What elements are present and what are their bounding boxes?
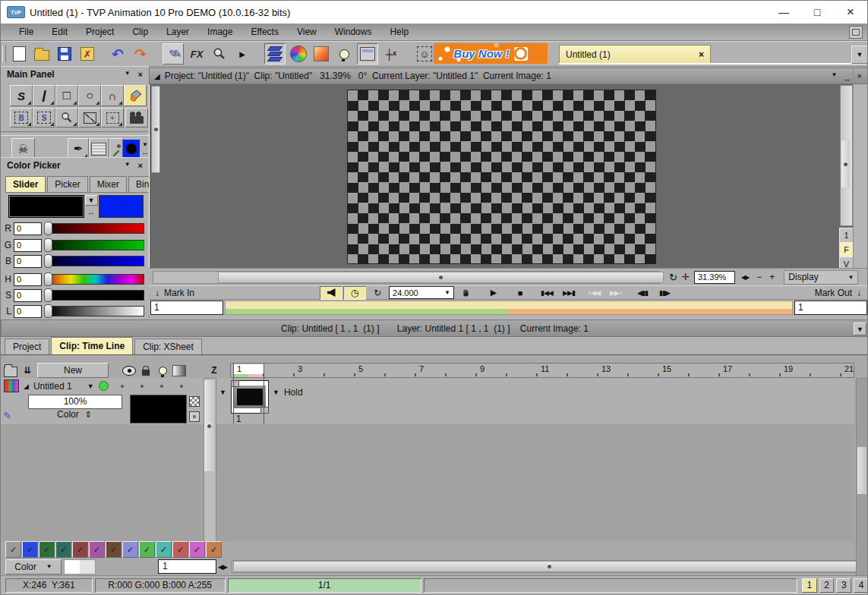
main-panel-header[interactable]: Main Panel ▼ × (1, 66, 149, 82)
toolbar-grip[interactable] (2, 46, 6, 62)
color-dropdown-icon[interactable]: ▼ (142, 141, 148, 148)
menu-windows[interactable]: Windows (326, 25, 381, 39)
zoom-fit-icon[interactable]: ◀▶ (741, 274, 749, 281)
coordinates-button[interactable]: ┼ˣ (381, 44, 401, 64)
slider-handle[interactable] (44, 222, 52, 235)
slider-value-input[interactable]: 0 (14, 305, 42, 318)
layer-color-swatch[interactable]: ✓ (206, 541, 222, 558)
transparent-canvas[interactable] (347, 90, 656, 264)
toggle-density-button[interactable] (172, 364, 186, 376)
tab-project[interactable]: Project (5, 338, 49, 354)
mark-in-label[interactable]: Mark In (164, 288, 194, 298)
play-button[interactable]: ▶ (483, 287, 504, 299)
toggle-visibility-button[interactable] (122, 364, 136, 376)
project-tab-close-icon[interactable]: × (699, 49, 704, 60)
layer-color-swatch[interactable]: ✓ (122, 541, 138, 558)
realtime-toggle-button[interactable]: ◷ (343, 286, 366, 300)
close-project-button[interactable]: ✗ (77, 44, 97, 64)
scrollbar-thumb[interactable] (841, 140, 850, 187)
scrub-button[interactable] (455, 287, 476, 299)
canvas-viewport[interactable]: 1 F V (149, 84, 853, 268)
layer-color-swatch[interactable]: ✓ (39, 541, 55, 558)
timeline-horizontal-scrollbar[interactable] (232, 560, 868, 573)
layer-toggle-dot[interactable] (180, 385, 183, 388)
open-button[interactable] (32, 44, 52, 64)
zoom-out-button[interactable]: − (756, 272, 762, 282)
menu-effects[interactable]: Effects (241, 25, 287, 39)
panel-dropdown-icon[interactable]: ▼ (832, 71, 838, 80)
hue-slider[interactable] (46, 274, 144, 285)
collapse-all-button[interactable]: ⇊ (21, 364, 34, 376)
playback-range-strip[interactable] (225, 301, 793, 315)
stop-button[interactable]: ■ (510, 287, 531, 299)
mark-out-arrow-icon[interactable]: ↓ (857, 288, 861, 298)
mark-in-input[interactable]: 1 (150, 301, 223, 315)
workspace-page-3[interactable]: 3 (836, 578, 851, 593)
collapse-panel-icon[interactable]: ▼ (125, 70, 131, 79)
tab-mixer[interactable]: Mixer (90, 176, 127, 192)
menu-clip[interactable]: Clip (123, 25, 157, 39)
canvas-left-scrollbar[interactable] (151, 86, 160, 173)
brush-tool[interactable]: ✒ (68, 138, 88, 159)
color-pick-tool[interactable] (109, 138, 123, 159)
project-tab-list-dropdown[interactable]: ▼ (851, 46, 868, 64)
project-view-header[interactable]: ◢ Project: "Untitled (1)" Clip: "Untitle… (149, 68, 868, 84)
slider-value-input[interactable]: 0 (14, 289, 42, 302)
tab-clip-timeline[interactable]: Clip: Time Line (51, 337, 133, 354)
layer-color-swatch[interactable]: ✓ (22, 541, 38, 558)
workspace-page-4[interactable]: 4 (854, 578, 868, 593)
layer-color-swatch[interactable]: ✓ (189, 541, 205, 558)
view-f-button[interactable]: F (839, 242, 854, 257)
layer-color-swatch[interactable]: ✓ (156, 541, 172, 558)
zoom-view-tool[interactable] (55, 108, 78, 128)
line-tool[interactable]: / (33, 85, 55, 106)
panel-close-icon[interactable]: × (857, 71, 862, 80)
layer-toggle-dot[interactable] (160, 385, 163, 388)
color-picker-button[interactable] (289, 44, 308, 64)
layer-folder-button[interactable] (4, 364, 17, 376)
instance-end-handle[interactable] (260, 407, 269, 414)
loop-button[interactable]: ↻ (367, 287, 388, 299)
scrollbar-thumb[interactable] (204, 380, 214, 471)
canvas-horizontal-scrollbar[interactable] (153, 271, 660, 284)
scrollbar-thumb[interactable] (218, 272, 664, 283)
panel-minimize-icon[interactable]: _ (844, 71, 849, 80)
layer-blend-mode[interactable]: Color (57, 409, 79, 420)
rectangle-tool[interactable]: □ (55, 85, 78, 106)
step-forward-button[interactable]: ▮▮▶ (654, 287, 675, 299)
layer-toggle-dot[interactable] (121, 385, 124, 388)
timeline-vertical-scrollbar[interactable] (856, 378, 868, 577)
drawing-tools-button[interactable]: ✎✎ (163, 43, 184, 65)
layer-thumbnail-icon[interactable] (4, 379, 19, 392)
layer-color-swatch[interactable]: ✓ (55, 541, 71, 558)
close-panel-icon[interactable]: × (138, 70, 143, 79)
slider-handle[interactable] (44, 288, 52, 302)
rotate-view-icon[interactable]: ↻ (669, 272, 677, 283)
layer-preview-thumbnail[interactable] (130, 395, 187, 423)
rotoscope-button[interactable]: ☺ (415, 44, 434, 64)
close-button[interactable]: × (834, 2, 867, 22)
menu-file[interactable]: File (10, 25, 43, 39)
layer-color-swatch[interactable]: ✓ (72, 541, 88, 558)
saturation-slider[interactable] (46, 290, 144, 301)
secondary-color-swatch[interactable] (99, 195, 144, 218)
view-1-button[interactable]: 1 (839, 228, 854, 243)
layer-expand-icon[interactable]: ◢ (24, 382, 29, 390)
restore-panel-icon[interactable] (849, 26, 863, 39)
tab-picker[interactable]: Picker (47, 176, 87, 192)
slider-value-input[interactable]: 0 (14, 273, 42, 286)
layer-toggle-dot[interactable] (140, 385, 144, 388)
curve-tool[interactable]: ∩ (101, 85, 124, 106)
toggle-lock-button[interactable] (139, 364, 153, 376)
layer-name[interactable]: Untitled 1 (33, 381, 72, 392)
slider-handle[interactable] (44, 304, 52, 318)
pan-tool[interactable]: + (101, 108, 124, 128)
main-panel-button[interactable] (357, 43, 378, 65)
layer-option-toggle[interactable] (189, 411, 200, 422)
menu-layer[interactable]: Layer (157, 25, 198, 39)
close-panel-icon[interactable]: × (138, 161, 143, 170)
swap-colors-icon[interactable]: ↔ (141, 148, 149, 156)
mark-out-input[interactable]: 1 (794, 301, 867, 315)
swatch-dropdown[interactable]: ▼ (85, 195, 98, 206)
menu-image[interactable]: Image (198, 25, 241, 39)
